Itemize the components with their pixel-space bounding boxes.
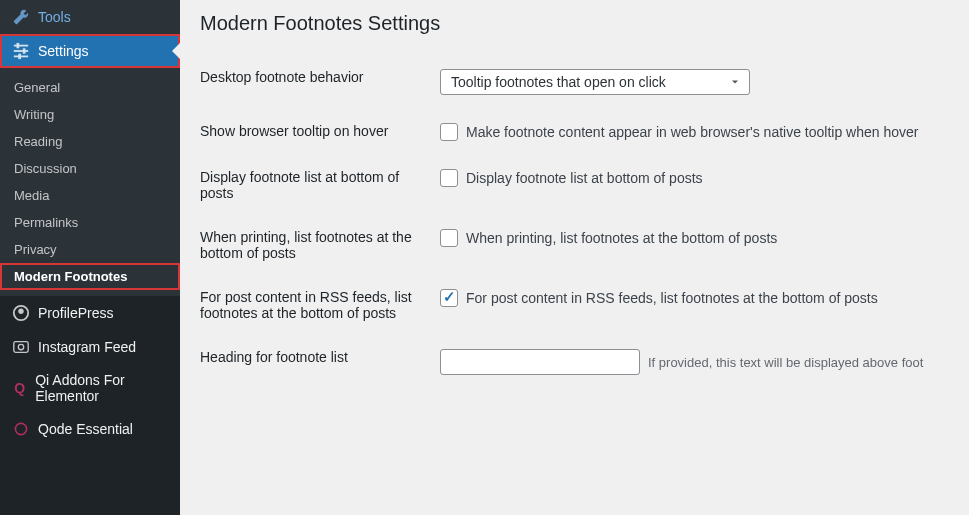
input-heading[interactable] — [440, 349, 640, 375]
checkbox-display-list[interactable] — [440, 169, 458, 187]
submenu-item-media[interactable]: Media — [0, 182, 180, 209]
sidebar-item-qode-essential[interactable]: Qode Essential — [0, 412, 180, 446]
camera-icon — [12, 338, 30, 356]
settings-submenu: General Writing Reading Discussion Media… — [0, 68, 180, 296]
help-text-heading: If provided, this text will be displayed… — [648, 355, 923, 370]
main-content: Modern Footnotes Settings Desktop footno… — [180, 0, 969, 515]
checkbox-label-printing: When printing, list footnotes at the bot… — [466, 230, 777, 246]
settings-form: Desktop footnote behavior Tooltip footno… — [200, 55, 949, 389]
svg-point-10 — [15, 423, 26, 434]
submenu-item-general[interactable]: General — [0, 74, 180, 101]
checkbox-rss[interactable] — [440, 289, 458, 307]
svg-point-7 — [18, 309, 23, 314]
row-browser-tooltip: Show browser tooltip on hover Make footn… — [200, 109, 949, 155]
label-printing: When printing, list footnotes at the bot… — [200, 229, 440, 261]
admin-sidebar: Tools Settings General Writing Reading D… — [0, 0, 180, 515]
checkbox-browser-tooltip[interactable] — [440, 123, 458, 141]
svg-rect-1 — [14, 50, 28, 52]
svg-rect-5 — [18, 54, 21, 59]
sliders-icon — [12, 42, 30, 60]
sidebar-item-label: ProfilePress — [38, 305, 113, 321]
label-browser-tooltip: Show browser tooltip on hover — [200, 123, 440, 139]
submenu-item-permalinks[interactable]: Permalinks — [0, 209, 180, 236]
sidebar-item-label: Qi Addons For Elementor — [35, 372, 168, 404]
sidebar-item-settings[interactable]: Settings — [0, 34, 180, 68]
label-heading: Heading for footnote list — [200, 349, 440, 365]
svg-rect-0 — [14, 45, 28, 47]
qode-icon — [12, 420, 30, 438]
submenu-item-discussion[interactable]: Discussion — [0, 155, 180, 182]
qi-icon: Q — [12, 379, 27, 397]
checkbox-label-browser-tooltip: Make footnote content appear in web brow… — [466, 124, 919, 140]
svg-point-9 — [18, 344, 23, 349]
sidebar-item-label: Settings — [38, 43, 89, 59]
page-title: Modern Footnotes Settings — [200, 12, 949, 35]
row-heading: Heading for footnote list If provided, t… — [200, 335, 949, 389]
select-desktop-behavior[interactable]: Tooltip footnotes that open on click — [440, 69, 750, 95]
active-arrow-icon — [172, 43, 180, 59]
sidebar-item-profilepress[interactable]: ProfilePress — [0, 296, 180, 330]
wrench-icon — [12, 8, 30, 26]
svg-rect-4 — [23, 48, 26, 53]
label-display-list: Display footnote list at bottom of posts — [200, 169, 440, 201]
sidebar-item-label: Instagram Feed — [38, 339, 136, 355]
sidebar-item-label: Qode Essential — [38, 421, 133, 437]
label-rss: For post content in RSS feeds, list foot… — [200, 289, 440, 321]
svg-rect-3 — [17, 43, 20, 48]
label-desktop-behavior: Desktop footnote behavior — [200, 69, 440, 85]
row-display-list: Display footnote list at bottom of posts… — [200, 155, 949, 215]
submenu-item-modern-footnotes[interactable]: Modern Footnotes — [0, 263, 180, 290]
row-rss: For post content in RSS feeds, list foot… — [200, 275, 949, 335]
sidebar-item-qi-addons[interactable]: Q Qi Addons For Elementor — [0, 364, 180, 412]
sidebar-item-instagram-feed[interactable]: Instagram Feed — [0, 330, 180, 364]
sidebar-item-tools[interactable]: Tools — [0, 0, 180, 34]
checkbox-label-rss: For post content in RSS feeds, list foot… — [466, 290, 878, 306]
row-desktop-behavior: Desktop footnote behavior Tooltip footno… — [200, 55, 949, 109]
row-printing: When printing, list footnotes at the bot… — [200, 215, 949, 275]
submenu-item-reading[interactable]: Reading — [0, 128, 180, 155]
checkbox-label-display-list: Display footnote list at bottom of posts — [466, 170, 703, 186]
checkbox-printing[interactable] — [440, 229, 458, 247]
submenu-item-privacy[interactable]: Privacy — [0, 236, 180, 263]
submenu-item-writing[interactable]: Writing — [0, 101, 180, 128]
sidebar-item-label: Tools — [38, 9, 71, 25]
svg-rect-8 — [14, 342, 28, 353]
profilepress-icon — [12, 304, 30, 322]
